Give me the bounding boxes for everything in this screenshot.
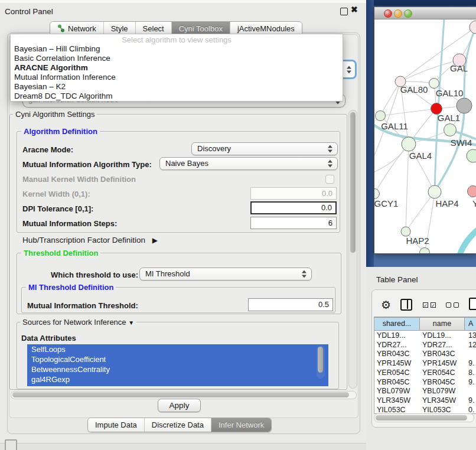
- network-node-gcy1[interactable]: [374, 189, 380, 199]
- network-node-hap2[interactable]: [401, 227, 410, 236]
- algorithm-option[interactable]: Bayesian – K2: [11, 82, 343, 92]
- attribute-item[interactable]: SelfLoops: [27, 344, 328, 354]
- table-cell[interactable]: YDL19...: [377, 331, 418, 341]
- network-node-gal11[interactable]: [376, 111, 386, 121]
- network-node-gal10[interactable]: [429, 79, 439, 89]
- network-node-swi4[interactable]: [444, 124, 457, 136]
- which-threshold-label: Which threshold to use:: [51, 270, 138, 279]
- table-row[interactable]: YBR043CYBR043C: [374, 350, 476, 359]
- algorithm-option[interactable]: Basic Correlation Inference: [11, 54, 343, 63]
- dpi-tolerance-field[interactable]: 0.0: [250, 201, 337, 214]
- table-row[interactable]: YDL19...YDL19...13: [374, 331, 476, 341]
- tab-infer-network[interactable]: Infer Network: [211, 418, 271, 432]
- network-node-gal4[interactable]: [402, 137, 416, 151]
- mi-algorithm-type-combobox[interactable]: Naive Bayes: [159, 157, 338, 170]
- network-node[interactable]: [467, 149, 476, 162]
- algorithm-option[interactable]: Bayesian – Hill Climbing: [11, 44, 343, 54]
- table-row[interactable]: YIL053CYIL053C0.: [374, 406, 476, 413]
- traffic-light-zoom[interactable]: [404, 9, 412, 18]
- tab-impute-data[interactable]: Impute Data: [88, 418, 144, 432]
- table-cell[interactable]: 9.: [468, 378, 476, 387]
- network-panel-left-edge: [366, 0, 374, 267]
- table-cell[interactable]: YDR27...: [422, 341, 464, 350]
- gear-icon[interactable]: ⚙: [381, 298, 391, 311]
- algorithm-option[interactable]: ARACNE Algorithm: [11, 63, 343, 73]
- table-cell[interactable]: YLR345W: [422, 396, 464, 406]
- mi-steps-label: Mutual Information Steps:: [22, 219, 117, 228]
- table-row[interactable]: YBL079WYBL079W: [374, 387, 476, 396]
- network-node[interactable]: [470, 21, 476, 34]
- table-cell[interactable]: 9.: [468, 396, 476, 406]
- columns-icon-divider: [407, 300, 409, 309]
- attribute-item[interactable]: BetweennessCentrality: [27, 364, 328, 374]
- table-cell[interactable]: 12: [468, 341, 476, 350]
- table-hscrollbar[interactable]: [374, 413, 474, 422]
- which-threshold-combobox[interactable]: MI Threshold: [139, 268, 312, 281]
- traffic-light-minimize[interactable]: [394, 9, 402, 18]
- table-cell[interactable]: 9.: [468, 359, 476, 369]
- network-node-label: HAP2: [406, 236, 429, 246]
- network-node[interactable]: [420, 248, 430, 254]
- table-hscrollbar-thumb[interactable]: [376, 415, 467, 420]
- table-cell[interactable]: YBL079W: [377, 387, 418, 396]
- table-row[interactable]: YPR145WYPR145W9.: [374, 359, 476, 369]
- settings-hscrollbar-thumb[interactable]: [12, 392, 349, 397]
- column-header-next[interactable]: A: [465, 317, 476, 331]
- tab-label: Network: [68, 24, 96, 33]
- kernel-width-field[interactable]: 0.0: [250, 187, 337, 200]
- close-icon[interactable]: ✖: [351, 5, 358, 14]
- columns-icon[interactable]: [400, 299, 412, 311]
- table-cell[interactable]: YDR27...: [377, 341, 418, 350]
- table-cell[interactable]: YDL19...: [422, 331, 464, 341]
- attributes-scrollbar-thumb[interactable]: [318, 347, 323, 373]
- network-node-label: GAL80: [400, 84, 428, 94]
- table-row[interactable]: YDR27...YDR27...12: [374, 341, 476, 350]
- table-cell[interactable]: YER054C: [422, 369, 464, 378]
- network-node[interactable]: [457, 98, 472, 113]
- attribute-item[interactable]: gal4RGexp: [27, 374, 328, 384]
- table-cell[interactable]: YLR345W: [377, 396, 418, 406]
- table-cell[interactable]: YIL053C: [377, 406, 418, 413]
- settings-hscrollbar[interactable]: [11, 391, 357, 399]
- table-cell[interactable]: 13: [468, 331, 476, 341]
- table-cell[interactable]: YBR045C: [377, 378, 418, 387]
- table-cell[interactable]: 0.: [468, 406, 476, 413]
- manual-kernel-width-checkbox[interactable]: [325, 175, 334, 184]
- table-cell[interactable]: YPR145W: [422, 359, 464, 369]
- table-cell[interactable]: YBL079W: [422, 387, 464, 396]
- apply-button[interactable]: Apply: [158, 399, 201, 412]
- column-header-name[interactable]: name: [420, 317, 465, 331]
- table-cell[interactable]: YPR145W: [377, 359, 418, 369]
- traffic-light-close[interactable]: [384, 9, 392, 18]
- sources-group-title[interactable]: Sources for Network Inference ▼: [20, 318, 136, 327]
- table-row[interactable]: YLR345WYLR345W9.: [374, 396, 476, 406]
- settings-vscrollbar-thumb[interactable]: [350, 112, 356, 253]
- attribute-item[interactable]: TopologicalCoefficient: [27, 354, 328, 364]
- table-cell[interactable]: YBR045C: [422, 378, 464, 387]
- table-cell[interactable]: YER054C: [377, 369, 418, 378]
- table-cell[interactable]: YIL053C: [422, 406, 464, 413]
- network-node-label: GAL1: [438, 113, 460, 123]
- tab-discretize-data[interactable]: Discretize Data: [144, 418, 211, 432]
- document-icon[interactable]: [469, 298, 476, 310]
- network-node-y[interactable]: [468, 186, 476, 197]
- aracne-mode-combobox[interactable]: Discovery: [191, 142, 338, 155]
- hub-definition-toggle[interactable]: Hub/Transcription Factor Definition ▶: [22, 236, 158, 244]
- table-cell[interactable]: YBR043C: [377, 350, 418, 359]
- float-window-icon[interactable]: [340, 8, 348, 15]
- chevron-down-icon: ▼: [128, 319, 134, 326]
- network-node-hap4[interactable]: [428, 185, 441, 198]
- column-header-shared-name[interactable]: shared...: [374, 317, 420, 331]
- algorithm-option[interactable]: Mutual Information Inference: [11, 73, 343, 82]
- node-table: shared... name A YDL19...YDL19...13YDR27…: [374, 317, 476, 414]
- table-cell[interactable]: 8.: [468, 369, 476, 378]
- algorithm-option[interactable]: Dream8 DC_TDC Algorithm: [11, 92, 343, 101]
- table-row[interactable]: YER054CYER054C8.: [374, 369, 476, 378]
- table-cell[interactable]: YBR043C: [422, 350, 464, 359]
- mi-threshold-field[interactable]: 0.5: [248, 298, 333, 311]
- collapsed-panel-icon[interactable]: [5, 439, 17, 450]
- attributes-scrollbar[interactable]: [317, 345, 325, 379]
- settings-vscrollbar[interactable]: [348, 110, 357, 389]
- table-row[interactable]: YBR045CYBR045C9.: [374, 378, 476, 387]
- mi-steps-field[interactable]: 6: [250, 217, 337, 229]
